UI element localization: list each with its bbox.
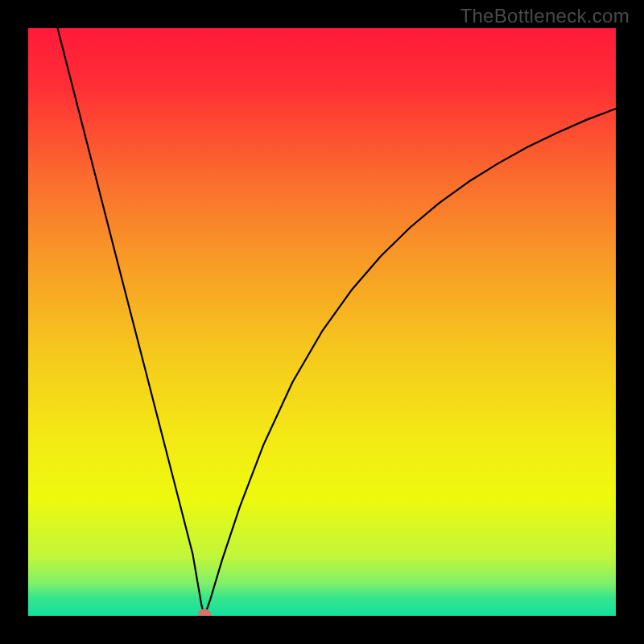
gradient-background [28, 28, 616, 616]
plot-area [28, 28, 616, 616]
gradient-plot-svg [28, 28, 616, 616]
watermark-text: TheBottleneck.com [460, 5, 630, 27]
chart-frame: TheBottleneck.com [0, 0, 644, 644]
